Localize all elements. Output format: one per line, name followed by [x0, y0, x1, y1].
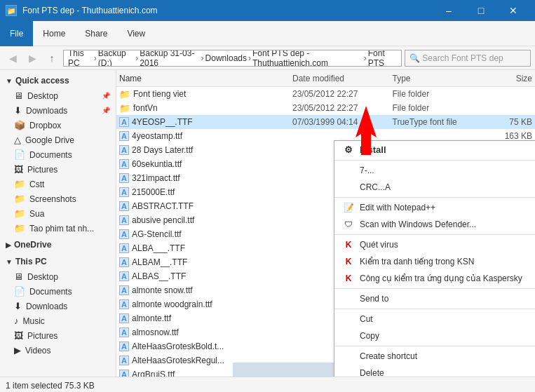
font-icon14: A — [119, 299, 129, 309]
sidebar-taophim-label: Tao phim tat nh... — [29, 224, 94, 234]
path-font: Font PTS — [368, 50, 397, 67]
sidebar-item-cstt[interactable]: 📁 Cstt — [0, 177, 116, 191]
sidebar-downloads-label: Downloads — [26, 106, 67, 116]
ctx-crc[interactable]: CRC...A — [334, 179, 535, 196]
sidebar-item-sua[interactable]: 📁 Sua — [0, 206, 116, 221]
font-icon2: A — [119, 131, 129, 141]
sidebar-item-documents[interactable]: 📄 Documents — [0, 147, 116, 162]
sua-icon: 📁 — [14, 208, 25, 219]
path-downloads: Downloads — [205, 53, 247, 63]
forward-button[interactable]: ▶ — [24, 50, 41, 67]
sidebar-item-pictures2[interactable]: 🖼 Pictures — [0, 328, 116, 343]
search-box[interactable]: 🔍 Search Font PTS dep — [405, 50, 531, 67]
sidebar-item-desktop[interactable]: 🖥 Desktop 📌 — [0, 88, 116, 103]
sidebar: ▼ Quick access 🖥 Desktop 📌 ⬇ Downloads 📌… — [0, 70, 116, 377]
up-button[interactable]: ↑ — [43, 50, 60, 67]
googledrive-icon: △ — [14, 135, 21, 145]
ctx-create-shortcut[interactable]: Create shortcut — [334, 348, 535, 365]
ctx-delete-label: Delete — [360, 368, 384, 377]
sidebar-screenshots-label: Screenshots — [29, 194, 76, 204]
ctx-kaspersky-tool[interactable]: K Công cụ kiểm tra ứng dụng của Kaspersk… — [334, 270, 535, 287]
sidebar-item-downloads[interactable]: ⬇ Downloads 📌 — [0, 103, 116, 118]
kaspersky-icon3: K — [341, 273, 355, 283]
sidebar-item-desktop2[interactable]: 🖥 Desktop — [0, 269, 116, 284]
sidebar-item-googledrive[interactable]: △ Google Drive — [0, 133, 116, 147]
path-thispc: This PC — [68, 50, 93, 67]
ribbon-share-tab[interactable]: Share — [75, 21, 117, 46]
sidebar-item-pictures[interactable]: 🖼 Pictures — [0, 162, 116, 177]
ctx-delete[interactable]: Delete — [334, 365, 535, 377]
col-name[interactable]: Name — [119, 74, 292, 83]
col-size[interactable]: Size — [479, 74, 532, 83]
sidebar-item-downloads2[interactable]: ⬇ Downloads — [0, 299, 116, 313]
pin-icon2: 📌 — [102, 107, 110, 114]
ribbon-home-tab[interactable]: Home — [33, 21, 75, 46]
font-icon18: A — [119, 356, 129, 365]
minimize-button[interactable]: – — [433, 0, 465, 21]
sidebar-item-dropbox[interactable]: 📦 Dropbox — [0, 118, 116, 133]
ribbon-file-tab[interactable]: File — [0, 21, 33, 46]
downloads-icon: ⬇ — [14, 105, 22, 116]
sidebar-header-thispc[interactable]: ▼ This PC — [0, 254, 116, 269]
ctx-notepadpp[interactable]: 📝 Edit with Notepad++ — [334, 199, 535, 216]
title-icons: 📁 — [6, 5, 17, 16]
ctx-install[interactable]: ⚙ Install — [334, 141, 535, 158]
font-icon7: A — [119, 201, 129, 211]
table-row[interactable]: A4YEOSP__.TTF 07/03/1999 04:14 TrueType … — [116, 115, 535, 129]
ctx-copy[interactable]: Copy — [334, 327, 535, 344]
defender-icon: 🛡 — [341, 219, 355, 229]
ctx-ksn[interactable]: K Kiểm tra danh tiếng trong KSN — [334, 253, 535, 270]
close-button[interactable]: ✕ — [497, 0, 529, 21]
sidebar-documents2-label: Documents — [29, 287, 72, 297]
font-icon13: A — [119, 285, 129, 295]
ribbon-view-tab[interactable]: View — [117, 21, 155, 46]
status-bar: 1 item selected 75.3 KB — [0, 377, 535, 392]
sidebar-desktop-label: Desktop — [27, 91, 58, 101]
sidebar-header-quickaccess[interactable]: ▼ Quick access — [0, 73, 116, 88]
sidebar-section-thispc: ▼ This PC 🖥 Desktop 📄 Documents ⬇ Downlo… — [0, 254, 116, 358]
chevron-thispc-icon: ▼ — [6, 258, 13, 266]
dropbox-icon: 📦 — [14, 120, 25, 130]
sidebar-item-screenshots[interactable]: 📁 Screenshots — [0, 191, 116, 206]
sidebar-item-documents2[interactable]: 📄 Documents — [0, 284, 116, 299]
window-controls[interactable]: – □ ✕ — [433, 0, 529, 21]
font-icon8: A — [119, 215, 129, 225]
sidebar-pictures-label: Pictures — [27, 165, 57, 175]
ctx-cut[interactable]: Cut — [334, 311, 535, 327]
pictures-icon: 🖼 — [14, 164, 23, 175]
sidebar-thispc-label: This PC — [15, 257, 47, 266]
ctx-7zip[interactable]: 7-... — [334, 162, 535, 179]
sidebar-item-taophim[interactable]: 📁 Tao phim tat nh... — [0, 221, 116, 236]
table-row[interactable]: 📁fontVn 23/05/2012 22:27 File folder — [116, 101, 535, 115]
maximize-button[interactable]: □ — [465, 0, 497, 21]
path-backup-d: Backup (D:) — [98, 50, 135, 67]
col-date[interactable]: Date modified — [292, 74, 393, 83]
sidebar-cstt-label: Cstt — [29, 180, 44, 189]
sidebar-section-onedrive: ▶ OneDrive — [0, 237, 116, 252]
screenshots-icon: 📁 — [14, 194, 25, 204]
sidebar-item-videos[interactable]: ▶ Videos — [0, 343, 116, 358]
folder-icon: 📁 — [119, 89, 130, 100]
ctx-ksn-label: Kiểm tra danh tiếng trong KSN — [360, 257, 474, 266]
address-path[interactable]: This PC › Backup (D:) › Backup 31-03-201… — [63, 50, 402, 67]
ctx-windows-defender[interactable]: 🛡 Scan with Windows Defender... — [334, 216, 535, 233]
ctx-sendto[interactable]: Send to — [334, 290, 535, 307]
documents-icon: 📄 — [14, 149, 25, 160]
sidebar-item-music[interactable]: ♪ Music — [0, 313, 116, 328]
ctx-sep1 — [334, 160, 535, 161]
back-button[interactable]: ◀ — [4, 50, 21, 67]
ctx-crc-label: CRC...A — [360, 182, 391, 192]
address-bar: ◀ ▶ ↑ This PC › Backup (D:) › Backup 31-… — [0, 46, 535, 70]
font-icon19: A — [119, 370, 129, 377]
col-type[interactable]: Type — [393, 74, 480, 83]
table-row[interactable]: 📁Font tieng viet 23/05/2012 22:27 File f… — [116, 87, 535, 101]
window-title: Font PTS dep - Thuthuattienich.com — [22, 6, 433, 15]
downloads2-icon: ⬇ — [14, 301, 22, 311]
ctx-install-label: Install — [360, 144, 386, 155]
install-icon: ⚙ — [341, 144, 355, 155]
font-icon9: A — [119, 229, 129, 239]
sidebar-header-onedrive[interactable]: ▶ OneDrive — [0, 237, 116, 252]
ctx-quet-virus[interactable]: K Quét virus — [334, 236, 535, 253]
ribbon-tabs: Home Share View — [33, 21, 155, 46]
ctx-sep3 — [334, 234, 535, 235]
